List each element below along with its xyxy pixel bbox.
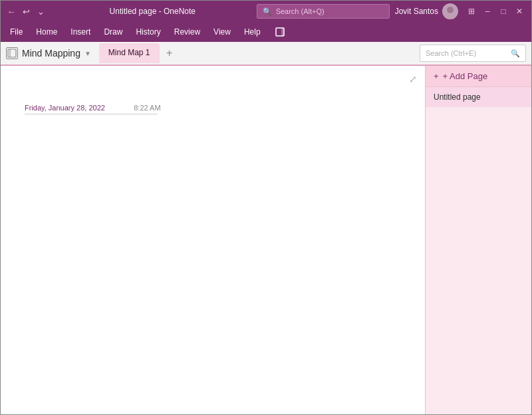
- page-date: Friday, January 28, 2022: [25, 104, 105, 112]
- title-bar-nav: ← ↩ ⌄: [6, 6, 46, 17]
- menu-home[interactable]: Home: [29, 25, 64, 39]
- user-name: Jovit Santos: [395, 7, 438, 16]
- title-bar: ← ↩ ⌄ Untitled page - OneNote 🔍 Search (…: [1, 1, 531, 22]
- page-content[interactable]: ⤢ Friday, January 28, 2022 8:22 AM: [1, 66, 425, 414]
- page-divider: [25, 114, 158, 114]
- page-search-box[interactable]: Search (Ctrl+E) 🔍: [420, 45, 526, 62]
- notebook-icon: [6, 47, 18, 59]
- sidebar: + + Add Page Untitled page: [425, 66, 531, 414]
- add-page-button[interactable]: + + Add Page: [426, 66, 531, 87]
- title-search-icon: 🔍: [263, 7, 272, 16]
- tabs-right-area: Search (Ctrl+E) 🔍: [420, 45, 526, 62]
- title-search-box[interactable]: 🔍 Search (Alt+Q): [257, 4, 390, 19]
- minimize-button[interactable]: –: [481, 5, 494, 18]
- svg-rect-4: [8, 49, 16, 57]
- expand-icon[interactable]: ⤢: [409, 74, 417, 84]
- window-controls: ⊞ – □ ✕: [465, 5, 526, 18]
- user-info: Jovit Santos: [395, 3, 458, 19]
- notebook-name: Mind Mapping: [22, 48, 80, 59]
- add-page-label: + Add Page: [443, 71, 488, 81]
- close-button[interactable]: ✕: [513, 5, 526, 18]
- notebook-dropdown-icon: ▼: [84, 50, 91, 57]
- menu-review[interactable]: Review: [168, 25, 207, 39]
- collapse-sidebar-button[interactable]: ⊞: [465, 5, 478, 18]
- user-avatar[interactable]: [442, 3, 458, 19]
- back-button[interactable]: ←: [6, 6, 17, 17]
- svg-rect-3: [281, 28, 284, 36]
- svg-point-0: [447, 7, 454, 13]
- menu-help[interactable]: Help: [237, 25, 267, 39]
- menu-bar: File Home Insert Draw History Review Vie…: [1, 22, 531, 42]
- more-button[interactable]: ⌄: [35, 6, 46, 17]
- tab-mind-map-1[interactable]: Mind Map 1: [99, 43, 160, 63]
- title-search-placeholder: Search (Alt+Q): [276, 7, 384, 15]
- main-area: ⤢ Friday, January 28, 2022 8:22 AM + + A…: [1, 66, 531, 414]
- menu-draw[interactable]: Draw: [97, 25, 129, 39]
- tabs-area: Mind Mapping ▼ Mind Map 1 + Search (Ctrl…: [1, 42, 531, 66]
- app-title: Untitled page - OneNote: [54, 7, 251, 16]
- undo-button[interactable]: ↩: [21, 6, 31, 17]
- page-search-icon: 🔍: [511, 49, 520, 58]
- notebook-label[interactable]: Mind Mapping ▼: [6, 47, 91, 59]
- sidebar-page-item[interactable]: Untitled page: [426, 87, 531, 107]
- page-search-placeholder: Search (Ctrl+E): [426, 49, 508, 57]
- page-time: 8:22 AM: [134, 104, 160, 112]
- menu-insert[interactable]: Insert: [64, 25, 97, 39]
- menu-history[interactable]: History: [129, 25, 167, 39]
- menu-file[interactable]: File: [3, 25, 29, 39]
- page-title: Untitled page: [434, 92, 481, 102]
- tab-label: Mind Map 1: [108, 48, 150, 57]
- menu-view[interactable]: View: [207, 25, 237, 39]
- add-page-icon: +: [434, 71, 439, 81]
- svg-point-1: [444, 14, 456, 19]
- restore-button[interactable]: □: [497, 5, 510, 18]
- add-tab-button[interactable]: +: [161, 45, 178, 62]
- notebook-collapse-toggle[interactable]: [270, 26, 290, 38]
